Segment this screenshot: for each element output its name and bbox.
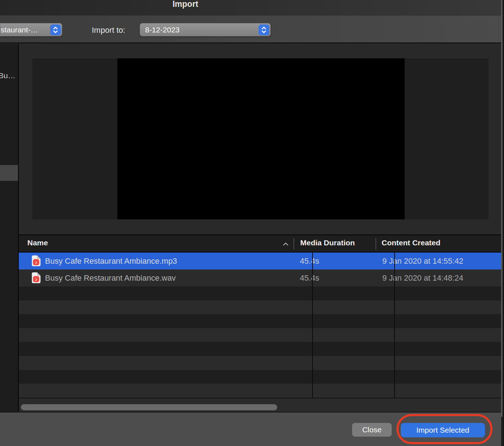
column-divider	[375, 238, 376, 250]
column-divider	[293, 238, 294, 250]
table-header: Name Media Duration Content Created	[19, 235, 501, 253]
window-title: Import	[172, 0, 198, 9]
sidebar	[0, 44, 18, 412]
stepper-chevrons-icon	[258, 24, 269, 35]
import-dialog: Import staurant-… Import to: 8-12-2023	[0, 0, 504, 446]
svg-text:♪: ♪	[35, 277, 37, 282]
media-source-dropdown-value: staurant-…	[1, 26, 38, 34]
table-row-selected[interactable]: ♪ Busy Cafe Restaurant Ambiance.mp3 45.4…	[19, 253, 501, 269]
media-source-dropdown[interactable]: staurant-…	[0, 23, 62, 36]
sidebar-item-label: Bu…	[0, 71, 15, 80]
sort-chevron-up-icon[interactable]	[283, 241, 289, 247]
window-edge-bottom	[501, 417, 503, 446]
horizontal-scrollbar-track[interactable]	[19, 398, 501, 412]
column-divider	[312, 252, 313, 398]
footer-bar: Close Import Selected	[0, 412, 501, 446]
import-toolbar: staurant-… Import to: 8-12-2023	[0, 15, 501, 43]
file-name: Busy Cafe Restaurant Ambiance.wav	[45, 273, 176, 283]
red-annotation-circle	[396, 414, 492, 444]
column-header-duration[interactable]: Media Duration	[300, 238, 355, 247]
file-duration: 45.4s	[300, 273, 319, 283]
table-row[interactable]: ♪ Busy Cafe Restaurant Ambiance.wav 45.4…	[19, 269, 501, 286]
audio-file-icon: ♪	[32, 272, 41, 283]
column-header-created[interactable]: Content Created	[382, 238, 440, 247]
stepper-chevrons-icon	[50, 24, 61, 35]
title-bar: Import	[0, 0, 501, 15]
close-button[interactable]: Close	[352, 423, 392, 437]
column-divider	[394, 252, 395, 398]
window-edge	[503, 0, 504, 446]
import-to-label: Import to:	[92, 26, 125, 35]
svg-text:♪: ♪	[35, 260, 37, 265]
horizontal-scrollbar-thumb[interactable]	[21, 404, 277, 410]
file-name: Busy Cafe Restaurant Ambiance.mp3	[45, 257, 177, 266]
audio-file-icon: ♪	[32, 255, 41, 266]
sidebar-selected-item[interactable]	[0, 165, 18, 181]
column-header-name[interactable]: Name	[27, 238, 48, 247]
import-to-dropdown-value: 8-12-2023	[145, 26, 180, 34]
preview-pane	[32, 58, 489, 219]
empty-rows	[19, 286, 501, 398]
import-to-dropdown[interactable]: 8-12-2023	[140, 23, 271, 36]
preview-player	[117, 58, 405, 219]
file-duration: 45.4s	[300, 257, 319, 266]
